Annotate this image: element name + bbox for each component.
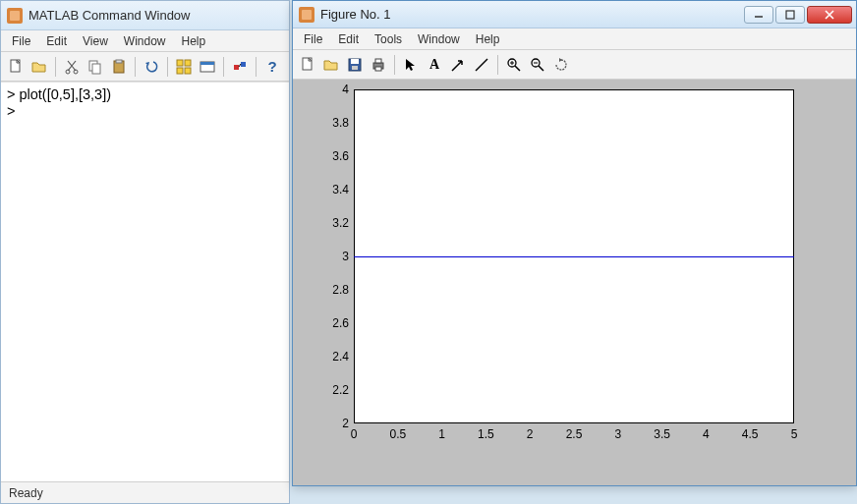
toolbar-separator [135,57,136,77]
zoom-in-icon[interactable] [503,54,525,76]
menu-help[interactable]: Help [175,32,213,50]
menu-help[interactable]: Help [469,30,507,48]
toolbar-separator [55,57,56,77]
rotate-icon[interactable] [550,54,572,76]
toolbar-separator [167,57,168,77]
toolbar-separator [223,57,224,77]
new-file-icon[interactable] [5,56,27,78]
menu-file[interactable]: File [297,30,329,48]
menu-window[interactable]: Window [411,30,467,48]
svg-line-24 [476,59,487,71]
open-file-icon[interactable] [29,56,50,78]
figure-canvas[interactable]: 22.22.42.62.833.23.43.63.8400.511.522.53… [293,80,856,485]
svg-rect-19 [351,59,359,64]
x-tick-label: 3 [603,427,633,441]
y-tick-label: 3.6 [319,149,349,163]
new-figure-icon[interactable] [297,54,318,76]
command-window: MATLAB Command Window File Edit View Win… [0,0,290,504]
status-text: Ready [9,486,43,500]
command-title: MATLAB Command Window [29,8,190,23]
copy-icon[interactable] [85,56,106,78]
menu-edit[interactable]: Edit [39,32,74,50]
line-tool-icon[interactable] [471,54,492,76]
matlab-icon [299,7,314,23]
svg-rect-16 [786,11,794,19]
command-titlebar[interactable]: MATLAB Command Window [1,1,289,30]
cut-icon[interactable] [61,56,83,78]
zoom-out-icon[interactable] [527,54,548,76]
window-controls [744,6,852,24]
figure-toolbar: A [293,50,856,80]
paste-icon[interactable] [108,56,130,78]
menu-tools[interactable]: Tools [368,30,409,48]
command-line: > plot([0,5],[3,3]) [7,86,111,102]
matlab-icon [7,8,23,24]
y-tick-label: 4 [319,83,349,96]
figure-titlebar[interactable]: Figure No. 1 [293,1,856,28]
menu-view[interactable]: View [76,32,115,50]
maximize-button[interactable] [775,6,805,24]
statusbar: Ready [1,481,289,503]
command-prompt: > [7,103,15,119]
path-browser-icon[interactable] [197,56,218,78]
print-figure-icon[interactable] [368,54,389,76]
y-tick-label: 3.2 [319,216,349,230]
minimize-button[interactable] [744,6,773,24]
command-menubar: File Edit View Window Help [1,30,289,52]
svg-rect-7 [177,60,183,66]
text-tool-icon[interactable]: A [424,54,445,76]
x-tick-label: 5 [779,427,809,441]
svg-line-30 [539,66,543,71]
svg-rect-4 [92,64,100,74]
open-figure-icon[interactable] [320,54,342,76]
x-tick-label: 4 [691,427,720,441]
arrow-tool-icon[interactable] [447,54,469,76]
svg-rect-14 [241,62,246,67]
figure-title: Figure No. 1 [320,7,391,22]
command-toolbar: ? [1,52,289,82]
svg-rect-6 [116,60,122,63]
menu-window[interactable]: Window [117,32,173,50]
y-tick-label: 3.4 [319,183,349,196]
svg-rect-23 [375,67,381,71]
y-tick-label: 2.4 [319,350,349,364]
svg-rect-13 [234,65,239,70]
menu-file[interactable]: File [5,32,37,50]
svg-rect-22 [375,59,381,63]
close-button[interactable] [807,6,852,24]
svg-rect-20 [352,66,358,70]
x-tick-label: 2.5 [559,427,589,441]
x-tick-label: 2 [515,427,544,441]
help-icon[interactable]: ? [261,56,283,78]
toolbar-separator [256,57,257,77]
x-tick-label: 4.5 [735,427,765,441]
figure-menubar: File Edit Tools Window Help [293,28,856,50]
pointer-icon[interactable] [400,54,422,76]
toolbar-separator [394,55,395,75]
simulink-icon[interactable] [229,56,251,78]
y-tick-label: 2.8 [319,283,349,297]
svg-rect-8 [185,60,191,66]
figure-window: Figure No. 1 File Edit Tools Window Help [292,0,857,486]
workspace-icon[interactable] [173,56,195,78]
svg-line-26 [515,66,520,71]
command-input-area[interactable]: > plot([0,5],[3,3]) > [1,82,289,481]
undo-icon[interactable] [141,56,162,78]
x-tick-label: 0.5 [383,427,413,441]
svg-rect-9 [177,68,183,74]
menu-edit[interactable]: Edit [331,30,366,48]
plot-line [354,256,794,257]
y-tick-label: 3 [319,250,349,263]
save-figure-icon[interactable] [344,54,366,76]
x-tick-label: 1.5 [471,427,500,441]
x-tick-label: 1 [428,427,457,441]
y-tick-label: 3.8 [319,116,349,130]
y-tick-label: 2.2 [319,383,349,397]
x-tick-label: 3.5 [648,427,677,441]
svg-rect-12 [200,62,214,65]
svg-rect-10 [185,68,191,74]
x-tick-label: 0 [339,427,369,441]
toolbar-separator [497,55,498,75]
y-tick-label: 2.6 [319,316,349,330]
